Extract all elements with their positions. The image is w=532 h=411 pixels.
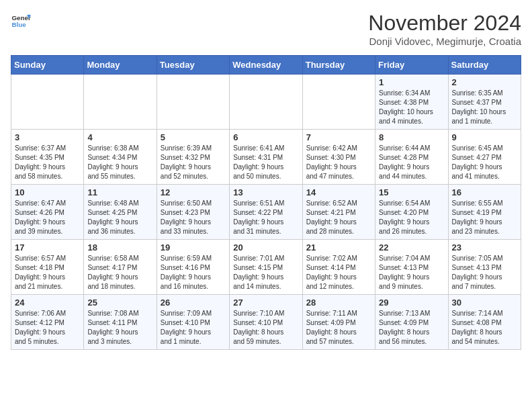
day-info: Sunrise: 7:09 AM Sunset: 4:10 PM Dayligh… xyxy=(161,309,226,347)
day-info: Sunrise: 6:57 AM Sunset: 4:18 PM Dayligh… xyxy=(15,254,80,291)
day-number: 19 xyxy=(161,242,226,253)
calendar-header-row: SundayMondayTuesdayWednesdayThursdayFrid… xyxy=(11,56,521,75)
calendar-cell: 18Sunrise: 6:58 AM Sunset: 4:17 PM Dayli… xyxy=(84,240,157,295)
day-info: Sunrise: 7:04 AM Sunset: 4:13 PM Dayligh… xyxy=(379,254,444,291)
day-number: 11 xyxy=(87,187,152,197)
calendar-cell: 19Sunrise: 6:59 AM Sunset: 4:16 PM Dayli… xyxy=(157,240,229,295)
logo-icon: General Blue xyxy=(11,11,31,31)
day-info: Sunrise: 7:05 AM Sunset: 4:13 PM Dayligh… xyxy=(452,254,517,291)
month-title: November 2024 xyxy=(368,11,521,36)
calendar-cell: 7Sunrise: 6:42 AM Sunset: 4:30 PM Daylig… xyxy=(302,130,375,185)
weekday-header: Thursday xyxy=(302,56,375,75)
calendar-body: 1Sunrise: 6:34 AM Sunset: 4:38 PM Daylig… xyxy=(11,75,521,350)
calendar-cell: 12Sunrise: 6:50 AM Sunset: 4:23 PM Dayli… xyxy=(157,185,229,240)
day-number: 25 xyxy=(87,298,152,308)
day-number: 23 xyxy=(452,242,517,253)
day-info: Sunrise: 7:11 AM Sunset: 4:09 PM Dayligh… xyxy=(306,309,371,347)
calendar-cell: 17Sunrise: 6:57 AM Sunset: 4:18 PM Dayli… xyxy=(11,240,84,295)
calendar-cell: 27Sunrise: 7:10 AM Sunset: 4:10 PM Dayli… xyxy=(230,295,302,350)
calendar-week-row: 1Sunrise: 6:34 AM Sunset: 4:38 PM Daylig… xyxy=(11,75,521,130)
day-info: Sunrise: 6:38 AM Sunset: 4:34 PM Dayligh… xyxy=(87,144,152,181)
day-info: Sunrise: 7:01 AM Sunset: 4:15 PM Dayligh… xyxy=(233,254,298,291)
day-info: Sunrise: 6:58 AM Sunset: 4:17 PM Dayligh… xyxy=(87,254,152,291)
day-number: 27 xyxy=(233,298,298,308)
calendar-cell: 5Sunrise: 6:39 AM Sunset: 4:32 PM Daylig… xyxy=(157,130,229,185)
calendar-cell xyxy=(11,75,84,130)
calendar-cell: 23Sunrise: 7:05 AM Sunset: 4:13 PM Dayli… xyxy=(448,240,521,295)
calendar-cell: 21Sunrise: 7:02 AM Sunset: 4:14 PM Dayli… xyxy=(302,240,375,295)
day-info: Sunrise: 6:59 AM Sunset: 4:16 PM Dayligh… xyxy=(161,254,226,291)
day-info: Sunrise: 6:44 AM Sunset: 4:28 PM Dayligh… xyxy=(379,144,444,181)
day-info: Sunrise: 6:45 AM Sunset: 4:27 PM Dayligh… xyxy=(452,144,517,181)
calendar-cell: 10Sunrise: 6:47 AM Sunset: 4:26 PM Dayli… xyxy=(11,185,84,240)
calendar-cell: 8Sunrise: 6:44 AM Sunset: 4:28 PM Daylig… xyxy=(375,130,448,185)
day-info: Sunrise: 6:52 AM Sunset: 4:21 PM Dayligh… xyxy=(306,199,371,236)
weekday-header: Tuesday xyxy=(157,56,229,75)
day-number: 14 xyxy=(306,187,371,197)
day-number: 9 xyxy=(452,132,517,142)
day-info: Sunrise: 6:41 AM Sunset: 4:31 PM Dayligh… xyxy=(233,144,298,181)
day-number: 8 xyxy=(379,132,444,142)
day-number: 20 xyxy=(233,242,298,253)
day-number: 4 xyxy=(87,132,152,142)
location-subtitle: Donji Vidovec, Megimurje, Croatia xyxy=(368,36,521,47)
day-number: 2 xyxy=(452,77,517,87)
calendar-cell: 26Sunrise: 7:09 AM Sunset: 4:10 PM Dayli… xyxy=(157,295,229,350)
calendar-cell: 13Sunrise: 6:51 AM Sunset: 4:22 PM Dayli… xyxy=(230,185,302,240)
day-info: Sunrise: 7:06 AM Sunset: 4:12 PM Dayligh… xyxy=(15,309,80,347)
calendar-cell: 25Sunrise: 7:08 AM Sunset: 4:11 PM Dayli… xyxy=(84,295,157,350)
day-number: 17 xyxy=(15,242,80,253)
calendar-cell: 29Sunrise: 7:13 AM Sunset: 4:09 PM Dayli… xyxy=(375,295,448,350)
calendar-cell: 22Sunrise: 7:04 AM Sunset: 4:13 PM Dayli… xyxy=(375,240,448,295)
day-info: Sunrise: 6:47 AM Sunset: 4:26 PM Dayligh… xyxy=(15,199,80,236)
day-number: 29 xyxy=(379,298,444,308)
calendar-week-row: 24Sunrise: 7:06 AM Sunset: 4:12 PM Dayli… xyxy=(11,295,521,350)
day-info: Sunrise: 6:35 AM Sunset: 4:37 PM Dayligh… xyxy=(452,89,517,126)
day-info: Sunrise: 6:34 AM Sunset: 4:38 PM Dayligh… xyxy=(379,89,444,126)
logo: General Blue xyxy=(11,11,31,31)
calendar-cell xyxy=(230,75,302,130)
day-number: 5 xyxy=(161,132,226,142)
calendar-cell: 28Sunrise: 7:11 AM Sunset: 4:09 PM Dayli… xyxy=(302,295,375,350)
day-number: 24 xyxy=(15,298,80,308)
day-info: Sunrise: 7:14 AM Sunset: 4:08 PM Dayligh… xyxy=(452,309,517,347)
day-info: Sunrise: 6:50 AM Sunset: 4:23 PM Dayligh… xyxy=(161,199,226,236)
calendar-week-row: 3Sunrise: 6:37 AM Sunset: 4:35 PM Daylig… xyxy=(11,130,521,185)
weekday-header: Wednesday xyxy=(230,56,302,75)
day-info: Sunrise: 6:39 AM Sunset: 4:32 PM Dayligh… xyxy=(161,144,226,181)
day-info: Sunrise: 6:37 AM Sunset: 4:35 PM Dayligh… xyxy=(15,144,80,181)
weekday-header: Sunday xyxy=(11,56,84,75)
calendar-cell: 30Sunrise: 7:14 AM Sunset: 4:08 PM Dayli… xyxy=(448,295,521,350)
calendar-cell: 9Sunrise: 6:45 AM Sunset: 4:27 PM Daylig… xyxy=(448,130,521,185)
title-area: November 2024 Donji Vidovec, Megimurje, … xyxy=(368,11,521,47)
calendar-cell: 11Sunrise: 6:48 AM Sunset: 4:25 PM Dayli… xyxy=(84,185,157,240)
calendar-cell: 15Sunrise: 6:54 AM Sunset: 4:20 PM Dayli… xyxy=(375,185,448,240)
day-info: Sunrise: 6:48 AM Sunset: 4:25 PM Dayligh… xyxy=(87,199,152,236)
day-info: Sunrise: 6:42 AM Sunset: 4:30 PM Dayligh… xyxy=(306,144,371,181)
day-info: Sunrise: 7:13 AM Sunset: 4:09 PM Dayligh… xyxy=(379,309,444,347)
calendar-cell: 2Sunrise: 6:35 AM Sunset: 4:37 PM Daylig… xyxy=(448,75,521,130)
day-number: 7 xyxy=(306,132,371,142)
day-number: 1 xyxy=(379,77,444,87)
calendar-cell xyxy=(84,75,157,130)
page-header: General Blue November 2024 Donji Vidovec… xyxy=(11,11,521,47)
day-number: 10 xyxy=(15,187,80,197)
day-info: Sunrise: 7:08 AM Sunset: 4:11 PM Dayligh… xyxy=(87,309,152,347)
day-number: 12 xyxy=(161,187,226,197)
calendar-cell: 4Sunrise: 6:38 AM Sunset: 4:34 PM Daylig… xyxy=(84,130,157,185)
calendar-cell: 6Sunrise: 6:41 AM Sunset: 4:31 PM Daylig… xyxy=(230,130,302,185)
weekday-header: Monday xyxy=(84,56,157,75)
day-number: 3 xyxy=(15,132,80,142)
day-number: 6 xyxy=(233,132,298,142)
weekday-header: Saturday xyxy=(448,56,521,75)
day-number: 28 xyxy=(306,298,371,308)
day-number: 13 xyxy=(233,187,298,197)
calendar-cell xyxy=(302,75,375,130)
calendar-cell: 24Sunrise: 7:06 AM Sunset: 4:12 PM Dayli… xyxy=(11,295,84,350)
weekday-header: Friday xyxy=(375,56,448,75)
calendar-cell: 14Sunrise: 6:52 AM Sunset: 4:21 PM Dayli… xyxy=(302,185,375,240)
day-number: 30 xyxy=(452,298,517,308)
day-number: 16 xyxy=(452,187,517,197)
day-number: 26 xyxy=(161,298,226,308)
day-info: Sunrise: 6:51 AM Sunset: 4:22 PM Dayligh… xyxy=(233,199,298,236)
